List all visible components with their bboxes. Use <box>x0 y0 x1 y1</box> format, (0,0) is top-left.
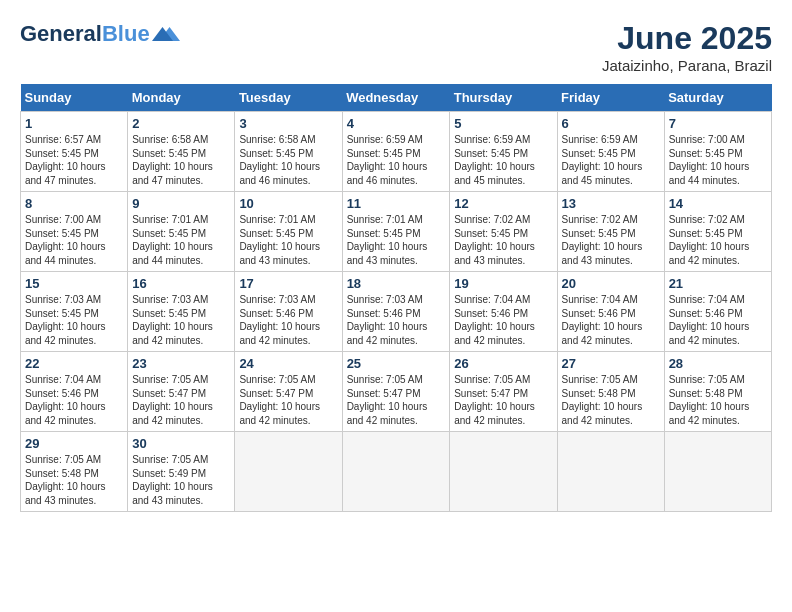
day-number: 20 <box>562 276 660 291</box>
calendar-week-row: 1 Sunrise: 6:57 AM Sunset: 5:45 PM Dayli… <box>21 112 772 192</box>
day-number: 8 <box>25 196 123 211</box>
calendar-cell: 2 Sunrise: 6:58 AM Sunset: 5:45 PM Dayli… <box>128 112 235 192</box>
header-wednesday: Wednesday <box>342 84 450 112</box>
day-info: Sunrise: 7:05 AM Sunset: 5:48 PM Dayligh… <box>25 453 123 507</box>
location-subtitle: Jataizinho, Parana, Brazil <box>602 57 772 74</box>
calendar-cell: 4 Sunrise: 6:59 AM Sunset: 5:45 PM Dayli… <box>342 112 450 192</box>
calendar-cell: 13 Sunrise: 7:02 AM Sunset: 5:45 PM Dayl… <box>557 192 664 272</box>
day-info: Sunrise: 7:05 AM Sunset: 5:47 PM Dayligh… <box>132 373 230 427</box>
day-number: 15 <box>25 276 123 291</box>
day-info: Sunrise: 7:04 AM Sunset: 5:46 PM Dayligh… <box>562 293 660 347</box>
day-number: 17 <box>239 276 337 291</box>
day-info: Sunrise: 7:03 AM Sunset: 5:45 PM Dayligh… <box>25 293 123 347</box>
calendar-cell: 3 Sunrise: 6:58 AM Sunset: 5:45 PM Dayli… <box>235 112 342 192</box>
calendar-cell: 21 Sunrise: 7:04 AM Sunset: 5:46 PM Dayl… <box>664 272 771 352</box>
day-info: Sunrise: 7:01 AM Sunset: 5:45 PM Dayligh… <box>239 213 337 267</box>
calendar-cell: 12 Sunrise: 7:02 AM Sunset: 5:45 PM Dayl… <box>450 192 557 272</box>
day-number: 24 <box>239 356 337 371</box>
calendar-cell <box>664 432 771 512</box>
day-info: Sunrise: 7:01 AM Sunset: 5:45 PM Dayligh… <box>132 213 230 267</box>
calendar-cell: 5 Sunrise: 6:59 AM Sunset: 5:45 PM Dayli… <box>450 112 557 192</box>
calendar-cell: 25 Sunrise: 7:05 AM Sunset: 5:47 PM Dayl… <box>342 352 450 432</box>
calendar-cell: 17 Sunrise: 7:03 AM Sunset: 5:46 PM Dayl… <box>235 272 342 352</box>
calendar-header-row: SundayMondayTuesdayWednesdayThursdayFrid… <box>21 84 772 112</box>
calendar-cell <box>342 432 450 512</box>
header-friday: Friday <box>557 84 664 112</box>
day-number: 21 <box>669 276 767 291</box>
calendar-cell: 24 Sunrise: 7:05 AM Sunset: 5:47 PM Dayl… <box>235 352 342 432</box>
day-number: 11 <box>347 196 446 211</box>
calendar-cell: 23 Sunrise: 7:05 AM Sunset: 5:47 PM Dayl… <box>128 352 235 432</box>
day-number: 30 <box>132 436 230 451</box>
day-number: 25 <box>347 356 446 371</box>
day-number: 9 <box>132 196 230 211</box>
day-info: Sunrise: 7:04 AM Sunset: 5:46 PM Dayligh… <box>454 293 552 347</box>
day-info: Sunrise: 6:57 AM Sunset: 5:45 PM Dayligh… <box>25 133 123 187</box>
calendar-week-row: 22 Sunrise: 7:04 AM Sunset: 5:46 PM Dayl… <box>21 352 772 432</box>
calendar-cell: 14 Sunrise: 7:02 AM Sunset: 5:45 PM Dayl… <box>664 192 771 272</box>
calendar-cell <box>450 432 557 512</box>
calendar-table: SundayMondayTuesdayWednesdayThursdayFrid… <box>20 84 772 512</box>
day-number: 28 <box>669 356 767 371</box>
day-number: 19 <box>454 276 552 291</box>
calendar-cell: 8 Sunrise: 7:00 AM Sunset: 5:45 PM Dayli… <box>21 192 128 272</box>
day-number: 10 <box>239 196 337 211</box>
day-info: Sunrise: 7:02 AM Sunset: 5:45 PM Dayligh… <box>454 213 552 267</box>
day-number: 22 <box>25 356 123 371</box>
logo-text: GeneralBlue <box>20 22 150 46</box>
day-info: Sunrise: 6:58 AM Sunset: 5:45 PM Dayligh… <box>132 133 230 187</box>
day-number: 5 <box>454 116 552 131</box>
day-info: Sunrise: 7:05 AM Sunset: 5:49 PM Dayligh… <box>132 453 230 507</box>
header-sunday: Sunday <box>21 84 128 112</box>
title-block: June 2025 Jataizinho, Parana, Brazil <box>602 20 772 74</box>
calendar-cell: 28 Sunrise: 7:05 AM Sunset: 5:48 PM Dayl… <box>664 352 771 432</box>
day-info: Sunrise: 7:05 AM Sunset: 5:47 PM Dayligh… <box>454 373 552 427</box>
month-title: June 2025 <box>602 20 772 57</box>
day-info: Sunrise: 7:05 AM Sunset: 5:47 PM Dayligh… <box>239 373 337 427</box>
day-number: 26 <box>454 356 552 371</box>
day-info: Sunrise: 7:03 AM Sunset: 5:46 PM Dayligh… <box>239 293 337 347</box>
day-number: 29 <box>25 436 123 451</box>
calendar-cell: 1 Sunrise: 6:57 AM Sunset: 5:45 PM Dayli… <box>21 112 128 192</box>
day-info: Sunrise: 7:03 AM Sunset: 5:45 PM Dayligh… <box>132 293 230 347</box>
calendar-cell: 20 Sunrise: 7:04 AM Sunset: 5:46 PM Dayl… <box>557 272 664 352</box>
day-number: 6 <box>562 116 660 131</box>
calendar-cell: 15 Sunrise: 7:03 AM Sunset: 5:45 PM Dayl… <box>21 272 128 352</box>
day-number: 16 <box>132 276 230 291</box>
calendar-cell: 30 Sunrise: 7:05 AM Sunset: 5:49 PM Dayl… <box>128 432 235 512</box>
calendar-cell <box>235 432 342 512</box>
day-info: Sunrise: 7:02 AM Sunset: 5:45 PM Dayligh… <box>669 213 767 267</box>
calendar-cell: 26 Sunrise: 7:05 AM Sunset: 5:47 PM Dayl… <box>450 352 557 432</box>
day-number: 23 <box>132 356 230 371</box>
day-number: 27 <box>562 356 660 371</box>
calendar-cell: 29 Sunrise: 7:05 AM Sunset: 5:48 PM Dayl… <box>21 432 128 512</box>
day-info: Sunrise: 7:00 AM Sunset: 5:45 PM Dayligh… <box>669 133 767 187</box>
calendar-cell: 22 Sunrise: 7:04 AM Sunset: 5:46 PM Dayl… <box>21 352 128 432</box>
calendar-cell <box>557 432 664 512</box>
header-tuesday: Tuesday <box>235 84 342 112</box>
day-info: Sunrise: 7:05 AM Sunset: 5:47 PM Dayligh… <box>347 373 446 427</box>
day-info: Sunrise: 7:05 AM Sunset: 5:48 PM Dayligh… <box>562 373 660 427</box>
calendar-week-row: 15 Sunrise: 7:03 AM Sunset: 5:45 PM Dayl… <box>21 272 772 352</box>
header-thursday: Thursday <box>450 84 557 112</box>
logo-icon <box>152 20 180 48</box>
day-info: Sunrise: 7:01 AM Sunset: 5:45 PM Dayligh… <box>347 213 446 267</box>
calendar-cell: 19 Sunrise: 7:04 AM Sunset: 5:46 PM Dayl… <box>450 272 557 352</box>
day-number: 2 <box>132 116 230 131</box>
calendar-cell: 6 Sunrise: 6:59 AM Sunset: 5:45 PM Dayli… <box>557 112 664 192</box>
calendar-cell: 11 Sunrise: 7:01 AM Sunset: 5:45 PM Dayl… <box>342 192 450 272</box>
day-info: Sunrise: 6:58 AM Sunset: 5:45 PM Dayligh… <box>239 133 337 187</box>
day-info: Sunrise: 7:00 AM Sunset: 5:45 PM Dayligh… <box>25 213 123 267</box>
day-number: 14 <box>669 196 767 211</box>
day-info: Sunrise: 6:59 AM Sunset: 5:45 PM Dayligh… <box>347 133 446 187</box>
logo: GeneralBlue <box>20 20 180 48</box>
day-info: Sunrise: 7:05 AM Sunset: 5:48 PM Dayligh… <box>669 373 767 427</box>
calendar-cell: 10 Sunrise: 7:01 AM Sunset: 5:45 PM Dayl… <box>235 192 342 272</box>
day-number: 4 <box>347 116 446 131</box>
calendar-cell: 18 Sunrise: 7:03 AM Sunset: 5:46 PM Dayl… <box>342 272 450 352</box>
day-number: 12 <box>454 196 552 211</box>
calendar-cell: 9 Sunrise: 7:01 AM Sunset: 5:45 PM Dayli… <box>128 192 235 272</box>
calendar-cell: 16 Sunrise: 7:03 AM Sunset: 5:45 PM Dayl… <box>128 272 235 352</box>
day-info: Sunrise: 7:03 AM Sunset: 5:46 PM Dayligh… <box>347 293 446 347</box>
calendar-cell: 7 Sunrise: 7:00 AM Sunset: 5:45 PM Dayli… <box>664 112 771 192</box>
